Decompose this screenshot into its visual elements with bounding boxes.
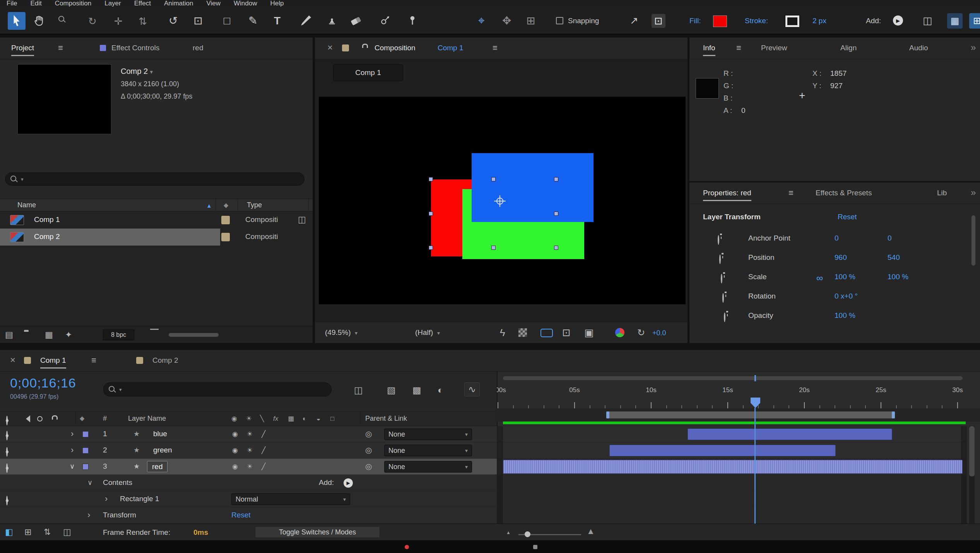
menu-view[interactable]: View	[200, 0, 227, 7]
transform-reset-button[interactable]: Reset	[231, 511, 251, 519]
transform-row[interactable]: › Transform Reset	[0, 507, 497, 524]
current-timecode[interactable]: 0;00;16;16	[10, 375, 76, 391]
expand-parent-icon[interactable]: ◫	[63, 528, 71, 536]
add-menu-button[interactable]: ▶	[893, 15, 903, 26]
menu-layer[interactable]: Layer	[98, 0, 128, 7]
scale-x-value[interactable]: 100 %	[835, 273, 855, 281]
column-layer-name[interactable]: Layer Name	[128, 415, 166, 423]
project-row-comp1[interactable]: Comp 1 Compositi ◫	[0, 212, 313, 229]
eye-icon[interactable]	[6, 496, 8, 505]
snapping-checkbox[interactable]	[556, 17, 563, 24]
menu-effect[interactable]: Effect	[128, 0, 157, 7]
position-y-value[interactable]: 540	[888, 253, 900, 262]
stopwatch-icon[interactable]	[721, 274, 722, 283]
roto-brush-tool[interactable]	[380, 15, 390, 27]
layer-name-editbox[interactable]: red	[147, 461, 168, 472]
selection-handle[interactable]	[429, 212, 433, 216]
menu-animation[interactable]: Animation	[157, 0, 200, 7]
fill-swatch[interactable]	[713, 15, 727, 27]
selected-comp-name[interactable]: Comp 2 ▾	[121, 67, 153, 76]
tab-effect-controls[interactable]: Effect Controls	[111, 44, 159, 52]
pan-camera-tool[interactable]: ✛	[114, 16, 123, 26]
blend-mode-dropdown[interactable]: Normal ▾	[231, 493, 350, 505]
layer-color-chip[interactable]	[82, 447, 89, 454]
project-horizontal-scrollbar[interactable]	[169, 333, 219, 337]
layer-name[interactable]: green	[153, 446, 172, 454]
tab-info[interactable]: Info	[703, 44, 715, 56]
selection-tool[interactable]	[8, 12, 26, 30]
selection-handle[interactable]	[491, 177, 496, 181]
pickwhip-icon[interactable]: ◎	[365, 463, 372, 470]
rectangle-label[interactable]: Rectangle 1	[120, 495, 159, 503]
channel-color-icon[interactable]	[615, 328, 624, 337]
draft-3d-icon[interactable]: ▧	[387, 386, 396, 395]
menu-window[interactable]: Window	[227, 0, 263, 7]
graph-editor-button[interactable]: ∿	[464, 382, 480, 396]
viewer-tab-comp1[interactable]: Comp 1	[333, 64, 403, 81]
quality-switch-icon[interactable]: ╱	[262, 431, 265, 437]
timeline-zoom-slider-thumb[interactable]	[525, 531, 530, 537]
layer-bar-green[interactable]	[609, 445, 836, 456]
list-view-icon[interactable]: ▤	[5, 331, 13, 339]
universal-gizmo-icon[interactable]: ⌖	[478, 15, 485, 26]
stroke-swatch[interactable]	[785, 15, 799, 27]
layer-row-blue[interactable]: › 1 ★ blue ◉ ☀ ╱ ◎ None ▾	[0, 426, 497, 442]
expand-render-icon[interactable]: ⊞	[24, 528, 31, 536]
position-x-value[interactable]: 960	[835, 253, 847, 262]
layer-row-red-selected[interactable]: ∨ 3 ★ red ◉ ☀ ╱ ◎ None ▾	[0, 459, 497, 475]
rotation-value[interactable]: 0 x+0 °	[835, 292, 858, 300]
parent-dropdown[interactable]: None ▾	[384, 428, 472, 440]
layer-name[interactable]: blue	[153, 430, 167, 438]
tab-audio[interactable]: Audio	[909, 44, 928, 52]
panel-layout-icon[interactable]: ◫	[923, 15, 932, 26]
brush-tool[interactable]	[301, 15, 311, 26]
scale-y-value[interactable]: 100 %	[888, 273, 908, 281]
parent-dropdown[interactable]: None ▾	[384, 445, 472, 456]
more-tabs-icon[interactable]: »	[971, 188, 976, 197]
active-camera-icon[interactable]: ▣	[584, 328, 594, 338]
timeline-scrollbar[interactable]	[969, 426, 975, 476]
collapse-expanded-icon[interactable]: ∨	[87, 479, 92, 486]
comp-mini-flowchart-icon[interactable]: ◫	[354, 386, 363, 395]
anchor-point-y-value[interactable]: 0	[888, 234, 892, 242]
contents-row[interactable]: ∨ Contents Add: ▶	[0, 475, 497, 491]
menu-composition[interactable]: Composition	[48, 0, 98, 7]
layer-color-chip[interactable]	[82, 464, 89, 470]
label-column-icon[interactable]: ◆	[224, 202, 228, 208]
project-search-input[interactable]: ▾	[5, 172, 304, 186]
eye-icon[interactable]	[6, 431, 8, 440]
tab-align[interactable]: Align	[840, 44, 857, 52]
selection-handle[interactable]	[429, 177, 433, 181]
layer-bar-blue[interactable]	[688, 428, 892, 440]
bit-depth-button[interactable]: 8 bpc	[103, 329, 134, 340]
shape-blue[interactable]	[472, 153, 593, 222]
panel-menu-icon[interactable]: ≡	[788, 189, 794, 197]
eye-icon[interactable]	[6, 447, 8, 457]
ruler-major-ticks[interactable]	[498, 402, 966, 408]
pickwhip-icon[interactable]: ◎	[365, 430, 372, 438]
comp-thumbnail[interactable]	[17, 64, 111, 134]
add-shape-button[interactable]: ▶	[344, 478, 353, 488]
panel-menu-icon[interactable]: ≡	[91, 356, 96, 365]
collapse-switch-icon[interactable]: ☀	[247, 447, 253, 454]
dolly-camera-tool[interactable]: ⇅	[139, 16, 147, 26]
expand-in-out-icon[interactable]: ◧	[5, 528, 13, 536]
shy-switch-icon[interactable]: ◉	[232, 447, 238, 454]
layer-bar-red-selected[interactable]	[503, 460, 963, 474]
link-dimensions-icon[interactable]: ∞	[816, 273, 823, 283]
snap-edges-icon[interactable]: ↗	[630, 15, 638, 26]
rectangle-row[interactable]: › Rectangle 1 Normal ▾	[0, 491, 497, 507]
fast-previews-icon[interactable]: ϟ	[500, 328, 505, 338]
panel-menu-icon[interactable]: ≡	[58, 44, 63, 52]
stroke-label[interactable]: Stroke:	[745, 17, 768, 25]
panel-menu-icon[interactable]: ≡	[736, 44, 741, 52]
property-label[interactable]: Opacity	[748, 311, 773, 320]
tab-preview[interactable]: Preview	[761, 44, 787, 52]
scale-gizmo-icon[interactable]: ⊞	[526, 15, 535, 26]
menu-edit[interactable]: Edit	[24, 0, 48, 7]
selection-handle[interactable]	[491, 246, 496, 250]
pickwhip-icon[interactable]: ◎	[365, 446, 372, 454]
pan-behind-tool[interactable]: ⊡	[193, 15, 202, 26]
motion-blur-icon[interactable]: ◐	[438, 386, 443, 395]
work-area-bar[interactable]	[606, 411, 895, 418]
